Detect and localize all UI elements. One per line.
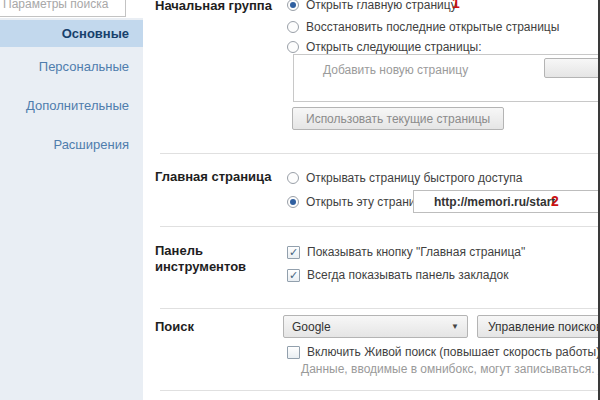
startup-section-label: Начальная группа (155, 0, 272, 13)
search-section-label: Поиск (155, 319, 194, 334)
sidebar-item-personal[interactable]: Персональные (0, 47, 143, 86)
section-divider (160, 226, 600, 227)
chevron-down-icon: ▼ (451, 322, 467, 331)
checkbox-home-button-label: Показывать кнопку "Главная страница" (307, 245, 525, 259)
instant-privacy-note: Данные, вводимые в омнибокс, могут запис… (301, 362, 600, 376)
homepage-url-input[interactable]: http://memori.ru/start (413, 190, 600, 213)
checkbox-instant-label: Включить Живой поиск (повышает скорость … (307, 345, 600, 359)
radio-open-pages-label: Открыть следующие страницы: (306, 40, 481, 54)
sidebar-item-extensions[interactable]: Расширения (0, 125, 143, 164)
annotation-marker-1: 1 (452, 0, 460, 11)
radio-row-open-pages[interactable]: Открыть следующие страницы: (287, 40, 481, 54)
search-engine-value: Google (292, 320, 331, 334)
checkbox-row-home-button[interactable]: ✓ Показывать кнопку "Главная страница" (287, 245, 525, 259)
use-current-pages-button[interactable]: Использовать текущие страницы (292, 107, 504, 130)
section-divider (160, 390, 600, 391)
manage-search-engines-button[interactable]: Управление поисковым (477, 315, 600, 338)
radio-open-home-icon[interactable] (287, 0, 299, 11)
annotation-marker-2: 2 (551, 193, 559, 209)
startup-pages-listbox: Добавить новую страницу (293, 54, 600, 102)
add-page-placeholder[interactable]: Добавить новую страницу (323, 63, 468, 77)
homepage-section-label: Главная страница (155, 169, 271, 184)
add-page-button[interactable] (544, 58, 600, 78)
radio-homepage-url-icon[interactable] (287, 196, 299, 208)
sidebar: Основные Персональные Дополнительные Рас… (0, 18, 143, 400)
radio-row-ntp[interactable]: Открывать страницу быстрого доступа (287, 171, 522, 185)
section-divider (160, 308, 600, 309)
radio-ntp-icon[interactable] (287, 172, 299, 184)
sidebar-item-basics[interactable]: Основные (0, 20, 143, 47)
settings-search-input[interactable] (0, 0, 126, 17)
section-divider (160, 153, 600, 154)
checkbox-bookmarks-bar-icon[interactable]: ✓ (287, 269, 300, 282)
sidebar-item-advanced[interactable]: Дополнительные (0, 86, 143, 125)
checkbox-bookmarks-bar-label: Всегда показывать панель закладок (307, 268, 508, 282)
radio-open-pages-icon[interactable] (287, 41, 299, 53)
radio-restore-icon[interactable] (287, 21, 299, 33)
radio-row-homepage-url[interactable]: Открыть эту страницу: (287, 195, 432, 209)
radio-ntp-label: Открывать страницу быстрого доступа (306, 171, 522, 185)
radio-row-open-home[interactable]: Открыть главную страницу (287, 0, 457, 12)
checkbox-row-instant[interactable]: Включить Живой поиск (повышает скорость … (287, 345, 600, 359)
radio-open-home-label: Открыть главную страницу (306, 0, 457, 12)
radio-row-restore[interactable]: Восстановить последние открытые страницы (287, 20, 559, 34)
checkbox-home-button-icon[interactable]: ✓ (287, 246, 300, 259)
homepage-url-value: http://memori.ru/start (434, 195, 555, 209)
instant-note-text: Данные, вводимые в омнибокс, могут запис… (301, 362, 595, 376)
checkbox-row-bookmarks-bar[interactable]: ✓ Всегда показывать панель закладок (287, 268, 508, 282)
toolbar-section-label: Панель инструментов (155, 243, 275, 275)
checkbox-instant-icon[interactable] (287, 346, 300, 359)
search-engine-select[interactable]: Google ▼ (283, 315, 468, 338)
radio-restore-label: Восстановить последние открытые страницы (306, 20, 559, 34)
